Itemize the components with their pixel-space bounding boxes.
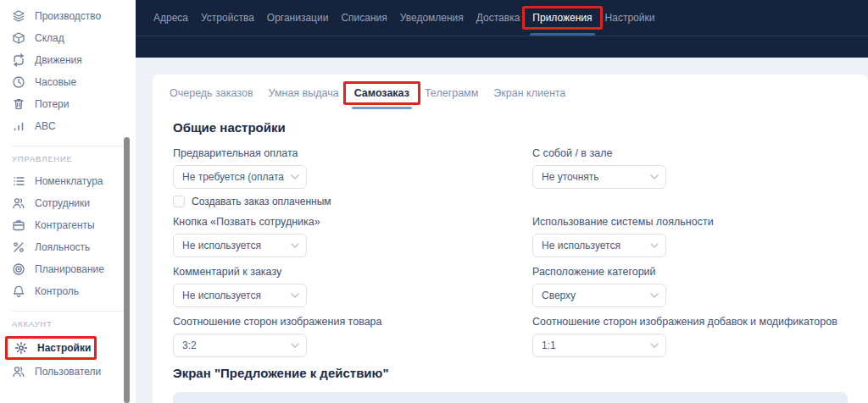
select-value: 3:2 [182, 340, 287, 351]
field-prepayment: Предварительная оплата Не требуется (опл… [173, 146, 532, 207]
action-screen-info-box: Экран первым видит клиент, когда подходи… [173, 392, 848, 403]
create-order-paid-checkbox-row[interactable]: Создавать заказ оплаченным [173, 196, 532, 207]
bell-icon [12, 284, 25, 298]
prepayment-select[interactable]: Не требуется (оплата при по [173, 165, 307, 189]
tab-client-screen[interactable]: Экран клиента [493, 87, 565, 99]
section-title-general: Общие настройки [173, 120, 848, 135]
navbar-tab-notifications[interactable]: Уведомления [400, 12, 464, 24]
sidebar-item-label: Потери [35, 98, 69, 110]
top-navbar: Адреса Устройства Организации Списания У… [136, 0, 868, 58]
field-takeaway: С собой / в зале Не уточнять [532, 146, 848, 207]
order-comment-select[interactable]: Не используется [173, 284, 307, 307]
tab-smart-pickup[interactable]: Умная выдача [269, 87, 339, 99]
select-value: 1:1 [542, 340, 647, 351]
chevron-down-icon [650, 243, 659, 248]
users-icon [12, 196, 25, 210]
loyalty-select[interactable]: Не используется [532, 234, 666, 257]
sidebar-item-label: Сотрудники [35, 197, 90, 209]
categories-position-select[interactable]: Сверху [532, 284, 666, 307]
sidebar-item-label: Планирование [35, 263, 104, 275]
sidebar-section-management: УПРАВЛЕНИЕ [0, 154, 136, 163]
select-value: Не используется [182, 290, 287, 301]
sidebar-item-label: Контроль [35, 285, 79, 297]
content-tabs: Очередь заказов Умная выдача Самозаказ Т… [153, 75, 868, 112]
modifier-image-ratio-select[interactable]: 1:1 [532, 334, 666, 357]
sidebar-divider [12, 146, 124, 146]
navbar-tab-delivery[interactable]: Доставка [476, 12, 520, 24]
layers-icon [12, 9, 25, 23]
section-title-action-screen: Экран "Предложение к действию" [173, 366, 848, 381]
navbar-tab-writeoffs[interactable]: Списания [341, 12, 387, 24]
chevron-down-icon [650, 174, 659, 179]
annotation-box-settings: Настройки [5, 336, 97, 360]
sidebar-item-warehouse[interactable]: Склад [0, 27, 136, 49]
chevron-down-icon [291, 343, 299, 348]
sidebar-item-label: Склад [35, 32, 64, 44]
sidebar-item-losses[interactable]: Потери [0, 93, 136, 115]
cube-icon [12, 31, 25, 45]
field-label: Кнопка «Позвать сотрудника» [173, 215, 532, 229]
navbar-tab-applications[interactable]: Приложения [522, 6, 602, 30]
sidebar-scrollbar[interactable] [124, 137, 130, 403]
field-product-image-ratio: Соотношение сторон изображения товара 3:… [173, 315, 532, 357]
list-icon [12, 174, 25, 188]
sidebar-item-counterparties[interactable]: Контрагенты [0, 214, 136, 236]
cycle-icon [12, 53, 25, 67]
navbar-tab-addresses[interactable]: Адреса [153, 12, 188, 24]
field-label: Использование системы лояльности [532, 215, 848, 229]
sidebar-item-users[interactable]: Пользователи [0, 361, 136, 383]
card-body: Общие настройки Предварительная оплата Н… [153, 120, 868, 403]
sidebar-item-label: ABC [35, 120, 56, 132]
sidebar-item-settings[interactable]: Настройки [0, 335, 136, 361]
checkbox-icon[interactable] [173, 196, 185, 207]
sidebar-item-control[interactable]: Контроль [0, 280, 136, 302]
tab-telegram[interactable]: Телеграмм [425, 87, 478, 99]
sidebar-section-account: АККАУНТ [0, 319, 136, 328]
sidebar-item-planning[interactable]: Планирование [0, 258, 136, 280]
field-label: Соотношение сторон изображения товара [173, 315, 532, 328]
target-icon [12, 262, 25, 276]
gear-icon [14, 341, 28, 355]
select-value: Не уточнять [542, 171, 647, 183]
field-call-staff-button: Кнопка «Позвать сотрудника» Не используе… [173, 215, 532, 257]
sidebar-item-hourly[interactable]: Часовые [0, 71, 136, 93]
chevron-down-icon [291, 293, 299, 298]
sidebar-item-movements[interactable]: Движения [0, 49, 136, 71]
field-modifier-image-ratio: Соотношение сторон изображения добавок и… [532, 315, 848, 357]
sidebar-item-label: Лояльность [35, 241, 90, 253]
navbar-tab-devices[interactable]: Устройства [201, 12, 254, 24]
navbar-tab-settings[interactable]: Настройки [605, 12, 655, 24]
field-label: Комментарий к заказу [173, 265, 532, 279]
sidebar-item-nomenclature[interactable]: Номенклатура [0, 170, 136, 192]
call-staff-select[interactable]: Не используется [173, 234, 307, 257]
users-icon [12, 365, 25, 378]
sidebar-item-loyalty[interactable]: Лояльность [0, 236, 136, 258]
field-categories-position: Расположение категорий Сверху [532, 265, 848, 307]
checkbox-label: Создавать заказ оплаченным [192, 196, 331, 207]
takeaway-select[interactable]: Не уточнять [532, 165, 666, 189]
select-value: Не требуется (оплата при по [182, 171, 287, 183]
chevron-down-icon [650, 293, 659, 298]
sidebar-item-abc[interactable]: ABC [0, 115, 136, 137]
sidebar-item-label: Движения [35, 54, 82, 66]
field-label: Предварительная оплата [173, 146, 532, 160]
navbar-tab-organizations[interactable]: Организации [267, 12, 329, 24]
sidebar-item-label: Часовые [35, 76, 76, 88]
sidebar-item-employees[interactable]: Сотрудники [0, 192, 136, 214]
tab-self-order[interactable]: Самозаказ [343, 81, 420, 105]
field-order-comment: Комментарий к заказу Не используется [173, 265, 532, 307]
percent-icon [12, 240, 25, 254]
field-label: С собой / в зале [532, 146, 848, 160]
chevron-down-icon [291, 243, 299, 248]
chevron-down-icon [291, 174, 299, 179]
main-content: Очередь заказов Умная выдача Самозаказ Т… [136, 58, 868, 403]
tab-order-queue[interactable]: Очередь заказов [170, 87, 253, 99]
sidebar-item-label: Номенклатура [35, 175, 103, 187]
product-image-ratio-select[interactable]: 3:2 [173, 334, 307, 357]
general-settings-form: Предварительная оплата Не требуется (опл… [173, 146, 848, 357]
field-label: Расположение категорий [532, 265, 848, 279]
bars-icon [12, 119, 25, 133]
sidebar-item-production[interactable]: Производство [0, 5, 136, 27]
field-loyalty-system: Использование системы лояльности Не испо… [532, 215, 848, 257]
field-label: Соотношение сторон изображения добавок и… [532, 315, 848, 328]
